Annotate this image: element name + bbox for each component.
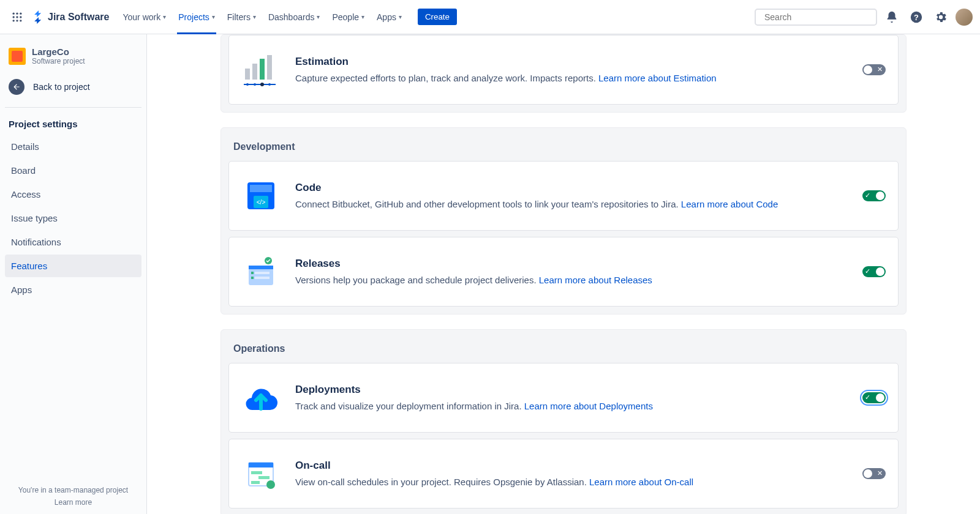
- card-description: Connect Bitbucket, GitHub and other deve…: [295, 198, 848, 210]
- layout: LargeCo Software project Back to project…: [0, 34, 980, 514]
- jira-logo[interactable]: Jira Software: [32, 10, 109, 24]
- help-icon[interactable]: ?: [907, 7, 926, 27]
- svg-rect-11: [245, 69, 250, 80]
- sidebar-item-notifications[interactable]: Notifications: [5, 231, 141, 253]
- feature-toggle[interactable]: ✓: [862, 392, 886, 403]
- sidebar-item-details[interactable]: Details: [5, 135, 141, 158]
- card-body: EstimationCapture expected efforts to pl…: [295, 56, 848, 84]
- settings-icon[interactable]: [931, 7, 951, 27]
- learn-more-link[interactable]: Learn more about On-call: [589, 477, 693, 487]
- card-body: On-callView on-call schedules in your pr…: [295, 460, 848, 488]
- back-to-project[interactable]: Back to project: [5, 73, 141, 101]
- footer-line: You're in a team-managed project: [9, 486, 138, 494]
- feature-toggle[interactable]: ✕: [862, 64, 886, 75]
- svg-point-17: [254, 83, 256, 86]
- sidebar-item-issue-types[interactable]: Issue types: [5, 207, 141, 229]
- feature-toggle[interactable]: ✕: [862, 468, 886, 479]
- project-type: Software project: [32, 57, 85, 65]
- svg-point-2: [20, 12, 21, 14]
- nav-item-filters[interactable]: Filters▾: [221, 7, 262, 27]
- back-label: Back to project: [33, 82, 90, 92]
- svg-point-16: [246, 83, 249, 86]
- top-nav-right: ?: [755, 7, 973, 27]
- svg-point-5: [20, 16, 21, 18]
- learn-more-link[interactable]: Learn more about Deployments: [524, 401, 653, 411]
- nav-item-people[interactable]: People▾: [326, 7, 371, 27]
- svg-rect-34: [258, 476, 270, 479]
- card-title: Releases: [295, 258, 848, 270]
- back-arrow-icon: [9, 79, 24, 95]
- top-nav: Jira Software Your work▾Projects▾Filters…: [0, 0, 980, 34]
- card-title: Code: [295, 182, 848, 194]
- svg-rect-21: [250, 185, 272, 192]
- svg-point-36: [266, 480, 275, 489]
- learn-more-link[interactable]: Learn more about Code: [681, 199, 778, 209]
- nav-item-projects[interactable]: Projects▾: [172, 7, 221, 27]
- feature-card-deployments: DeploymentsTrack and visualize your depl…: [228, 363, 899, 433]
- svg-rect-29: [251, 277, 254, 279]
- sidebar-item-apps[interactable]: Apps: [5, 278, 141, 301]
- card-description: Track and visualize your deployment info…: [295, 400, 848, 412]
- svg-rect-13: [260, 59, 265, 80]
- svg-rect-30: [255, 277, 270, 279]
- jira-logo-icon: [32, 10, 45, 24]
- nav-item-apps[interactable]: Apps▾: [371, 7, 408, 27]
- oncall-icon: [241, 454, 281, 493]
- card-body: CodeConnect Bitbucket, GitHub and other …: [295, 182, 848, 210]
- feature-toggle[interactable]: ✓: [862, 266, 886, 277]
- project-icon: [9, 48, 26, 65]
- sidebar: LargeCo Software project Back to project…: [0, 34, 147, 514]
- create-button[interactable]: Create: [418, 9, 457, 25]
- svg-rect-14: [267, 55, 272, 80]
- deployments-icon: [241, 378, 281, 417]
- releases-icon: [241, 252, 281, 291]
- svg-rect-27: [251, 272, 254, 274]
- svg-text:</>: </>: [257, 199, 266, 206]
- learn-more-link[interactable]: Learn more about Estimation: [598, 73, 717, 83]
- svg-point-7: [16, 20, 18, 21]
- card-body: DeploymentsTrack and visualize your depl…: [295, 384, 848, 412]
- card-description: Versions help you package and schedule p…: [295, 274, 848, 286]
- feature-card-on-call: On-callView on-call schedules in your pr…: [228, 439, 899, 508]
- user-avatar[interactable]: [956, 9, 973, 26]
- notifications-icon[interactable]: [882, 7, 902, 27]
- app-switcher-icon[interactable]: [7, 7, 27, 27]
- top-nav-left: Jira Software Your work▾Projects▾Filters…: [7, 7, 752, 27]
- svg-point-3: [13, 16, 15, 18]
- card-title: Estimation: [295, 56, 848, 68]
- nav-item-dashboards[interactable]: Dashboards▾: [262, 7, 326, 27]
- svg-rect-26: [249, 266, 273, 269]
- sidebar-item-access[interactable]: Access: [5, 183, 141, 206]
- project-header[interactable]: LargeCo Software project: [5, 47, 141, 73]
- feature-section: OperationsDeploymentsTrack and visualize…: [221, 329, 907, 514]
- svg-point-19: [268, 83, 271, 86]
- project-name: LargeCo: [32, 47, 85, 57]
- card-title: Deployments: [295, 384, 848, 396]
- estimation-icon: [241, 50, 281, 89]
- svg-rect-28: [255, 272, 270, 274]
- main-content[interactable]: EstimationCapture expected efforts to pl…: [147, 34, 980, 514]
- svg-rect-32: [249, 463, 273, 467]
- feature-card-code: </>CodeConnect Bitbucket, GitHub and oth…: [228, 161, 899, 231]
- sidebar-footer: You're in a team-managed project Learn m…: [5, 479, 141, 514]
- sidebar-item-features[interactable]: Features: [5, 255, 141, 277]
- product-name: Jira Software: [48, 12, 109, 23]
- card-description: Capture expected efforts to plan, track …: [295, 72, 848, 84]
- section-header: Operations: [228, 337, 899, 363]
- feature-card-releases: ReleasesVersions help you package and sc…: [228, 237, 899, 307]
- sidebar-item-board[interactable]: Board: [5, 159, 141, 182]
- search-box[interactable]: [755, 9, 877, 26]
- svg-point-1: [16, 12, 18, 14]
- svg-point-8: [20, 20, 21, 21]
- svg-point-6: [13, 20, 15, 21]
- nav-item-your-work[interactable]: Your work▾: [116, 7, 172, 27]
- footer-learn-more[interactable]: Learn more: [9, 498, 138, 507]
- search-input[interactable]: [764, 12, 872, 22]
- sidebar-section-title: Project settings: [5, 114, 141, 134]
- code-icon: </>: [241, 176, 281, 215]
- svg-rect-35: [251, 481, 260, 484]
- feature-toggle[interactable]: ✓: [862, 190, 886, 201]
- feature-card-estimation: EstimationCapture expected efforts to pl…: [228, 35, 899, 105]
- learn-more-link[interactable]: Learn more about Releases: [539, 275, 652, 285]
- svg-rect-33: [251, 471, 262, 474]
